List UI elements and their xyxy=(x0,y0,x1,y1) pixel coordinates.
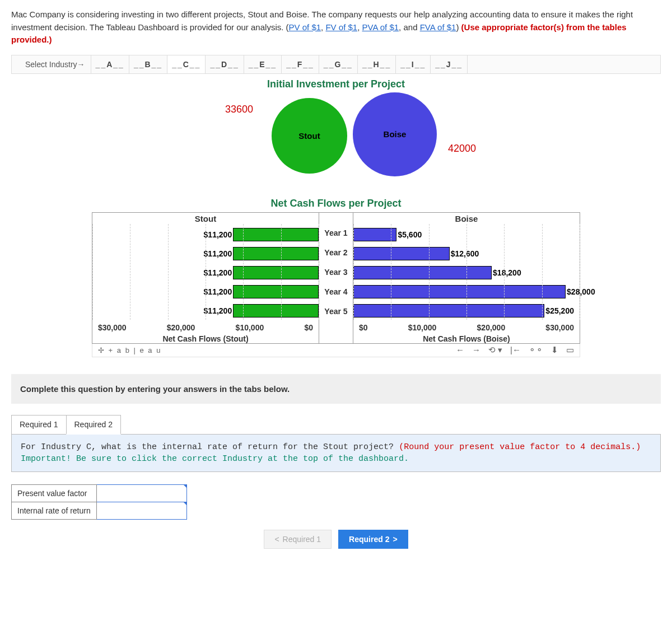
industry-tab-bar: Select Industry→ __A__ __B__ __C__ __D__… xyxy=(11,55,661,74)
share-icon[interactable]: ⚬⚬ xyxy=(529,345,543,355)
investment-circles: 33600 42000 Stout Boise xyxy=(140,92,532,193)
year-label: Year 2 xyxy=(319,243,353,263)
boise-bar-label: $5,600 xyxy=(398,230,422,239)
tableau-logo: ✢ + a b | e a u xyxy=(98,346,161,354)
tab-c[interactable]: __C__ xyxy=(167,55,206,73)
stout-bar[interactable] xyxy=(233,247,319,260)
boise-bar[interactable] xyxy=(353,266,492,279)
tab-b[interactable]: __B__ xyxy=(129,55,167,73)
stout-axis-title: Net Cash Flows (Stout) xyxy=(92,332,319,343)
tab-h[interactable]: __H__ xyxy=(358,55,396,73)
stout-bar-label: $11,200 xyxy=(204,268,232,277)
link-pv[interactable]: PV of $1 xyxy=(289,22,321,32)
axis-tick: $30,000 xyxy=(545,323,574,332)
stout-bar-label: $11,200 xyxy=(204,230,232,239)
boise-col-head: Boise xyxy=(353,213,580,223)
answer-table: Present value factor Internal rate of re… xyxy=(11,484,187,520)
axis-tick: $20,000 xyxy=(167,323,195,332)
row-irr-label: Internal rate of return xyxy=(12,502,97,519)
chevron-right-icon: > xyxy=(393,535,397,544)
input-irr[interactable] xyxy=(96,502,186,519)
boise-axis-title: Net Cash Flows (Boise) xyxy=(353,332,580,343)
question-body: For Industry C, what is the internal rat… xyxy=(11,434,661,472)
tableau-footer: ✢ + a b | e a u ← → ⟲ ▾ |← ⚬⚬ ⬇ ▭ xyxy=(92,344,580,357)
stout-bar-label: $11,200 xyxy=(204,306,232,315)
boise-circle[interactable]: Boise xyxy=(353,92,437,176)
reset-icon[interactable]: |← xyxy=(510,345,521,355)
stout-bar-label: $11,200 xyxy=(204,287,232,296)
nav-back-icon[interactable]: ← xyxy=(456,345,464,355)
axis-tick: $30,000 xyxy=(98,323,127,332)
tab-required-2[interactable]: Required 2 xyxy=(66,415,122,435)
year-label: Year 5 xyxy=(319,302,353,321)
btn-next-required[interactable]: Required 2> xyxy=(338,530,408,549)
boise-bar[interactable] xyxy=(353,247,450,260)
year-label: Year 3 xyxy=(319,263,353,282)
tab-g[interactable]: __G__ xyxy=(319,55,358,73)
boise-bar-label: $18,200 xyxy=(493,268,521,277)
tab-d[interactable]: __D__ xyxy=(206,55,244,73)
chart-title-cashflow: Net Cash Flows per Project xyxy=(11,198,661,209)
instruction-box: Complete this question by entering your … xyxy=(11,374,661,404)
boise-bar[interactable] xyxy=(353,285,566,298)
axis-tick: $20,000 xyxy=(477,323,506,332)
industry-label: Select Industry→ xyxy=(12,55,91,73)
tab-f[interactable]: __F__ xyxy=(282,55,319,73)
nav-fwd-icon[interactable]: → xyxy=(472,345,480,355)
tab-j[interactable]: __J__ xyxy=(431,55,468,73)
required-tabs: Required 1 Required 2 xyxy=(11,415,661,435)
boise-bar-label: $12,600 xyxy=(451,249,479,258)
boise-bar-label: $25,200 xyxy=(545,306,574,315)
axis-tick: $0 xyxy=(359,323,368,332)
link-fva[interactable]: FVA of $1 xyxy=(420,22,456,32)
input-pvf[interactable] xyxy=(96,484,186,502)
stout-bar[interactable] xyxy=(233,285,319,298)
tab-e[interactable]: __E__ xyxy=(244,55,282,73)
boise-bar-label: $28,000 xyxy=(567,287,595,296)
revert-icon[interactable]: ⟲ ▾ xyxy=(488,345,502,355)
chevron-left-icon: < xyxy=(274,535,279,544)
boise-amount-annotation: 42000 xyxy=(448,143,476,155)
year-label: Year 1 xyxy=(319,223,353,243)
stout-col-head: Stout xyxy=(92,213,319,223)
btn-prev-required[interactable]: <Required 1 xyxy=(264,530,332,549)
stout-bar[interactable] xyxy=(233,228,319,241)
cashflow-chart: Stout $11,200$11,200$11,200$11,200$11,20… xyxy=(92,212,580,344)
row-pvf-label: Present value factor xyxy=(12,484,97,502)
intro-text: Mac Company is considering investing in … xyxy=(11,8,661,46)
stout-amount-annotation: 33600 xyxy=(225,104,253,115)
fullscreen-icon[interactable]: ▭ xyxy=(566,345,574,355)
stout-bar[interactable] xyxy=(233,304,319,318)
year-label: Year 4 xyxy=(319,282,353,302)
axis-tick: $10,000 xyxy=(408,323,437,332)
link-pva[interactable]: PVA of $1 xyxy=(362,22,399,32)
boise-bar[interactable] xyxy=(353,304,544,318)
axis-tick: $0 xyxy=(304,323,313,332)
tab-a[interactable]: __A__ xyxy=(91,55,129,73)
axis-tick: $10,000 xyxy=(236,323,264,332)
link-fv[interactable]: FV of $1 xyxy=(325,22,357,32)
stout-bar-label: $11,200 xyxy=(204,249,232,258)
chart-title-invest: Initial Investment per Project xyxy=(11,78,661,90)
tab-required-1[interactable]: Required 1 xyxy=(11,415,67,435)
stout-bar[interactable] xyxy=(233,266,319,279)
stout-circle[interactable]: Stout xyxy=(272,98,347,174)
boise-bar[interactable] xyxy=(353,228,396,241)
tab-i[interactable]: __I__ xyxy=(396,55,431,73)
download-icon[interactable]: ⬇ xyxy=(551,345,558,355)
